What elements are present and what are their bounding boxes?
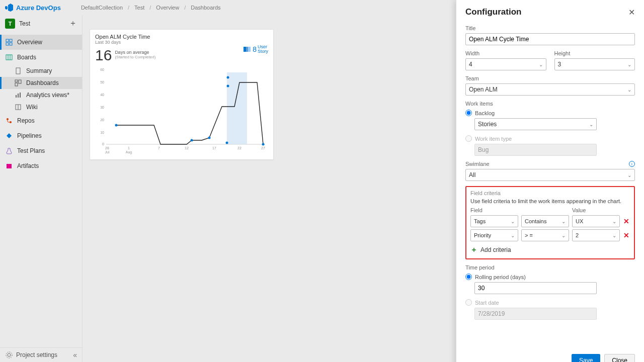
brand[interactable]: Azure DevOps <box>5 4 61 12</box>
chevron-left-icon[interactable]: « <box>73 351 77 359</box>
height-label: Height <box>554 50 635 56</box>
nav-testplans[interactable]: Test Plans <box>0 143 82 158</box>
book-icon <box>14 103 22 111</box>
svg-text:10: 10 <box>100 131 104 134</box>
height-select[interactable]: 3⌄ <box>554 58 635 70</box>
svg-rect-1 <box>10 39 12 42</box>
svg-rect-7 <box>16 68 20 74</box>
svg-point-16 <box>7 118 9 120</box>
criteria-value-select[interactable]: 2⌄ <box>572 229 620 241</box>
nav-overview[interactable]: Overview <box>0 35 82 50</box>
rolling-radio[interactable]: Rolling period (days) <box>465 274 635 280</box>
close-icon[interactable]: ✕ <box>628 8 635 17</box>
svg-rect-4 <box>6 55 12 60</box>
nav-label: Analytics views* <box>26 92 69 99</box>
project-badge: T <box>5 19 15 29</box>
settings-label: Project settings <box>16 351 57 358</box>
svg-point-35 <box>227 85 229 87</box>
nav-boards[interactable]: Boards <box>0 50 82 65</box>
config-panel: Configuration ✕ Title Width 4⌄ Height 3⌄… <box>456 0 644 362</box>
azure-devops-icon <box>5 4 13 12</box>
chart-icon <box>14 91 22 99</box>
widget-subtitle: Last 30 days <box>95 40 268 45</box>
svg-text:1: 1 <box>128 146 130 150</box>
wit-radio[interactable]: Work item type <box>465 135 635 142</box>
chevron-down-icon: ⌄ <box>627 172 631 178</box>
svg-point-31 <box>191 139 193 142</box>
pipe-icon <box>5 132 13 140</box>
criteria-field-select[interactable]: Tags⌄ <box>470 215 518 227</box>
panel-title: Configuration <box>465 7 521 17</box>
svg-text:Jul: Jul <box>105 150 110 154</box>
save-button[interactable]: Save <box>572 354 600 362</box>
crumb[interactable]: Overview <box>156 5 179 11</box>
svg-rect-13 <box>20 93 21 98</box>
team-select[interactable]: Open ALM⌄ <box>465 83 635 96</box>
gear-icon <box>5 351 13 359</box>
nav-wiki[interactable]: Wiki <box>0 101 82 113</box>
startdate-radio[interactable]: Start date <box>465 299 635 306</box>
nav-repos[interactable]: Repos <box>0 113 82 128</box>
nav-dashboards[interactable]: Dashboards <box>0 77 82 89</box>
nav-pipelines[interactable]: Pipelines <box>0 128 82 143</box>
breadcrumb: DefaultCollection/ Test/ Overview/ Dashb… <box>81 5 221 11</box>
criteria-op-select[interactable]: Contains⌄ <box>521 215 569 227</box>
widget-stat: 16 Days on average (Started to Completed… <box>95 48 268 63</box>
stat-sub: (Started to Completed) <box>115 55 155 59</box>
swimlane-select[interactable]: All⌄ <box>465 169 635 181</box>
close-button[interactable]: Close <box>604 354 635 362</box>
criteria-field-select[interactable]: Priority⌄ <box>470 229 518 241</box>
svg-point-19 <box>8 353 11 356</box>
svg-point-30 <box>115 124 118 127</box>
criteria-value-select[interactable]: UX⌄ <box>572 215 620 227</box>
nav-label: Artifacts <box>17 162 39 169</box>
remove-criteria-icon[interactable]: ✕ <box>623 217 630 225</box>
criteria-header: Field criteria <box>470 190 630 196</box>
chevron-down-icon: ⌄ <box>589 122 593 127</box>
nav-artifacts[interactable]: Artifacts <box>0 158 82 173</box>
wit-select: Bug <box>474 144 597 156</box>
svg-text:22: 22 <box>237 146 242 150</box>
nav-summary[interactable]: Summary <box>0 65 82 77</box>
svg-point-32 <box>208 137 211 139</box>
add-project-icon[interactable]: ＋ <box>69 18 77 29</box>
project-row[interactable]: T Test ＋ <box>0 15 82 32</box>
remove-criteria-icon[interactable]: ✕ <box>623 231 630 239</box>
project-settings[interactable]: Project settings « <box>0 347 82 362</box>
bars-icon <box>244 47 251 52</box>
svg-point-36 <box>262 143 265 146</box>
nav-analytics[interactable]: Analytics views* <box>0 89 82 101</box>
nav-label: Summary <box>26 67 52 74</box>
add-criteria-button[interactable]: ＋ Add criteria <box>470 245 630 254</box>
crumb[interactable]: Test <box>134 5 144 11</box>
field-criteria-box: Field criteria Use field criteria to lim… <box>465 186 635 259</box>
svg-rect-12 <box>18 94 19 98</box>
svg-text:7: 7 <box>158 146 160 150</box>
plus-icon: ＋ <box>470 245 477 254</box>
nav-label: Boards <box>17 54 36 61</box>
chevron-down-icon: ⌄ <box>627 87 631 93</box>
nav-label: Test Plans <box>17 147 45 154</box>
nav: Overview Boards Summary Dashboards Analy… <box>0 35 82 173</box>
backlog-select[interactable]: Stories⌄ <box>474 118 597 130</box>
rolling-input[interactable] <box>474 282 597 294</box>
criteria-op-select[interactable]: > =⌄ <box>521 229 569 241</box>
width-select[interactable]: 4⌄ <box>465 58 546 70</box>
title-input[interactable] <box>465 33 635 45</box>
crumb[interactable]: DefaultCollection <box>81 5 123 11</box>
svg-text:30: 30 <box>100 106 104 109</box>
svg-rect-8 <box>15 80 18 82</box>
nav-label: Overview <box>17 39 42 46</box>
doc-icon <box>14 67 22 75</box>
repo-icon <box>5 117 13 125</box>
backlog-radio[interactable]: Backlog <box>465 110 635 116</box>
svg-text:60: 60 <box>100 68 104 71</box>
cycle-time-widget[interactable]: Open ALM Cycle Time Last 30 days 16 Days… <box>90 29 274 160</box>
svg-point-33 <box>226 142 228 144</box>
crumb[interactable]: Dashboards <box>191 5 220 11</box>
badge-num: 8 <box>253 45 257 53</box>
dash-icon <box>14 79 22 87</box>
svg-text:27: 27 <box>261 146 265 150</box>
info-icon[interactable]: i <box>629 161 635 167</box>
svg-text:Aug: Aug <box>126 150 132 154</box>
